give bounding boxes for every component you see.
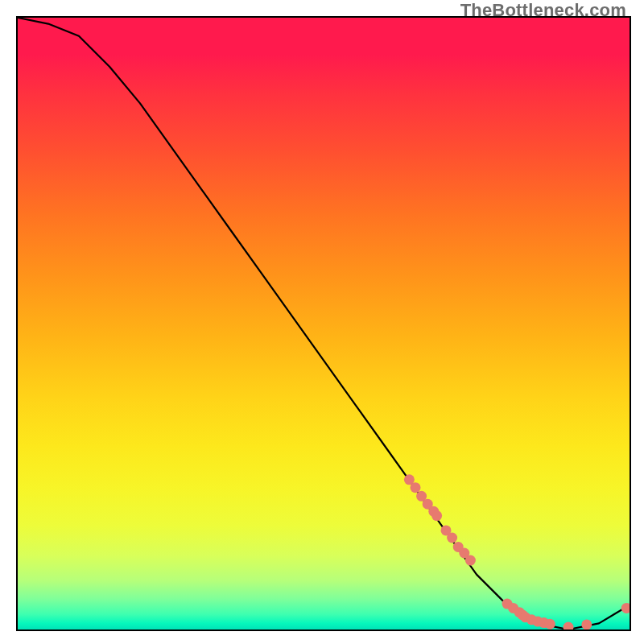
data-point xyxy=(465,555,476,566)
bottleneck-curve-svg xyxy=(18,18,630,630)
data-point xyxy=(411,482,421,493)
data-point xyxy=(581,619,592,630)
data-point xyxy=(447,533,457,543)
curve-group xyxy=(18,18,630,630)
data-point xyxy=(545,619,555,630)
chart-wrapper: TheBottleneck.com xyxy=(0,0,644,644)
bottleneck-curve xyxy=(18,18,630,630)
data-points xyxy=(404,474,630,630)
data-point xyxy=(564,622,574,630)
data-point xyxy=(431,510,442,521)
data-point xyxy=(621,603,630,613)
plot-area xyxy=(16,16,631,631)
